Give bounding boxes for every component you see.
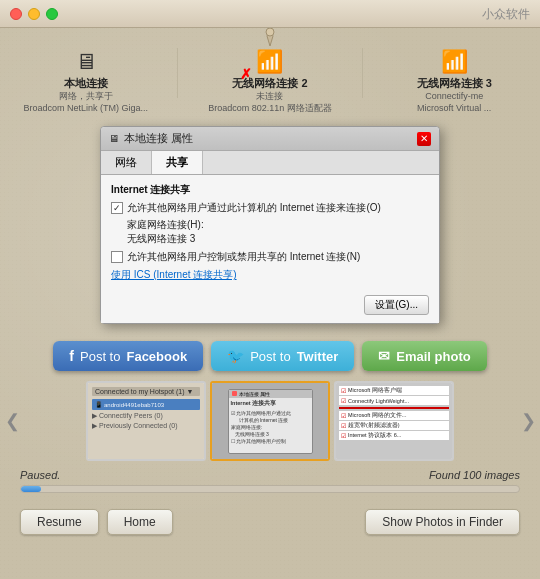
- properties-dialog: 🖥 本地连接 属性 ✕ 网络 共享 Internet 连接共享 允许其他网络用户…: [100, 126, 440, 324]
- twitter-icon: 🐦: [227, 348, 244, 364]
- dialog-close-button[interactable]: ✕: [417, 132, 431, 146]
- thumb3-item-3: ☑ Microsoft 网络的文件...: [339, 411, 449, 420]
- thumb1-device: 📱 android4491ebab7103: [92, 399, 200, 410]
- minimize-button[interactable]: [28, 8, 40, 20]
- status-bar: Paused. Found 100 images: [0, 465, 540, 485]
- post-facebook-button[interactable]: f Post to Facebook: [53, 341, 203, 371]
- home-button[interactable]: Home: [107, 509, 173, 535]
- thumb-list: Connected to my Hotspot (1) ▼ 📱 android4…: [24, 381, 516, 461]
- facebook-brand-label: Facebook: [126, 349, 187, 364]
- network-item-local[interactable]: 🖥 本地连接 网络，共享于 Broadcom NetLink (TM) Giga…: [16, 48, 156, 114]
- thumb3-item-2: ☑ Connectify LightWeight...: [339, 396, 449, 405]
- facebook-pre-label: Post to: [80, 349, 120, 364]
- thumb3-item-5: ☑ Internet 协议版本 6...: [339, 431, 449, 440]
- separator-2: [362, 48, 363, 98]
- disconnected-icon: ✗: [240, 66, 252, 82]
- dialog-tab-sharing[interactable]: 共享: [152, 151, 203, 174]
- status-found-label: Found 100 images: [429, 469, 520, 481]
- email-icon: ✉: [378, 348, 390, 364]
- progress-area: [0, 485, 540, 501]
- email-label: Email photo: [396, 349, 470, 364]
- thumb-prev-button[interactable]: ❮: [0, 391, 24, 451]
- thumb2-titlebar: 本地连接 属性: [229, 390, 312, 398]
- thumbnail-3[interactable]: ☑ Microsoft 网络客户端 ☑ Connectify LightWeig…: [334, 381, 454, 461]
- dialog-footer: 设置(G)...: [101, 290, 439, 323]
- home-network-value: 无线网络连接 3: [127, 233, 195, 244]
- progress-bar-background: [20, 485, 520, 493]
- thumbnail-1[interactable]: Connected to my Hotspot (1) ▼ 📱 android4…: [86, 381, 206, 461]
- dialog-body: Internet 连接共享 允许其他网络用户通过此计算机的 Internet 连…: [101, 175, 439, 290]
- dialog-checkbox2-row: 允许其他网络用户控制或禁用共享的 Internet 连接(N): [111, 250, 429, 263]
- status-paused-label: Paused.: [20, 469, 60, 481]
- bottom-left-buttons: Resume Home: [20, 509, 173, 535]
- thumb3-content: ☑ Microsoft 网络客户端 ☑ Connectify LightWeig…: [336, 383, 452, 459]
- home-network-label: 家庭网络连接(H):: [127, 219, 204, 230]
- thumbnail-2[interactable]: 本地连接 属性 Internet 连接共享 ☑ 允许其他网络用户通过此 计算机的…: [210, 381, 330, 461]
- network-connections-area: 🖥 本地连接 网络，共享于 Broadcom NetLink (TM) Giga…: [0, 38, 540, 119]
- dialog-tab-network[interactable]: 网络: [101, 151, 152, 174]
- network-icon-local: 🖥: [68, 48, 104, 76]
- network-name-wireless3: 无线网络连接 3: [417, 76, 492, 91]
- action-buttons-row: f Post to Facebook 🐦 Post to Twitter ✉ E…: [0, 341, 540, 371]
- bottom-buttons-row: Resume Home Show Photos in Finder: [0, 501, 540, 545]
- separator-1: [177, 48, 178, 98]
- close-button[interactable]: [10, 8, 22, 20]
- network-sub-wireless3: Connectify-me Microsoft Virtual ...: [417, 91, 491, 114]
- home-network-row: 家庭网络连接(H): 无线网络连接 3: [127, 218, 429, 246]
- dialog-checkbox1[interactable]: [111, 202, 123, 214]
- svg-point-1: [266, 28, 274, 36]
- dialog-checkbox1-row: 允许其他网络用户通过此计算机的 Internet 连接来连接(O): [111, 201, 429, 214]
- thumb1-section2: ▶ Previously Connected (0): [92, 422, 200, 430]
- network-sub-wireless2: 未连接 Broadcom 802.11n 网络适配器: [208, 91, 332, 114]
- network-icon-wireless3: 📶: [436, 48, 472, 76]
- watermark-label: 小众软件: [482, 6, 530, 23]
- dialog-checkbox1-label: 允许其他网络用户通过此计算机的 Internet 连接来连接(O): [127, 201, 381, 214]
- twitter-pre-label: Post to: [250, 349, 290, 364]
- resume-button[interactable]: Resume: [20, 509, 99, 535]
- traffic-lights: [10, 8, 58, 20]
- network-item-wireless2[interactable]: 📶 ✗ 无线网络连接 2 未连接 Broadcom 802.11n 网络适配器: [200, 48, 340, 114]
- network-sub-local: 网络，共享于 Broadcom NetLink (TM) Giga...: [24, 91, 149, 114]
- thumb3-item-4: ☑ 超宽带(射频滤波器): [339, 421, 449, 430]
- thumb1-header: Connected to my Hotspot (1) ▼: [92, 387, 200, 396]
- network-name-local: 本地连接: [64, 76, 108, 91]
- facebook-icon: f: [69, 348, 74, 364]
- dialog-checkbox2[interactable]: [111, 251, 123, 263]
- dialog-titlebar: 🖥 本地连接 属性 ✕: [101, 127, 439, 151]
- twitter-brand-label: Twitter: [297, 349, 339, 364]
- thumb2-content: 本地连接 属性 Internet 连接共享 ☑ 允许其他网络用户通过此 计算机的…: [212, 383, 328, 459]
- email-photo-button[interactable]: ✉ Email photo: [362, 341, 486, 371]
- dialog-title: 本地连接 属性: [124, 131, 193, 146]
- title-bar: 小众软件: [0, 0, 540, 28]
- dialog-ics-link[interactable]: 使用 ICS (Internet 连接共享): [111, 269, 237, 280]
- show-photos-button[interactable]: Show Photos in Finder: [365, 509, 520, 535]
- dialog-section-title: Internet 连接共享: [111, 183, 429, 197]
- thumb2-dialog: 本地连接 属性 Internet 连接共享 ☑ 允许其他网络用户通过此 计算机的…: [228, 389, 313, 454]
- thumbnails-strip: ❮ Connected to my Hotspot (1) ▼ 📱 androi…: [0, 381, 540, 461]
- thumb1-section1: ▶ Connectify Peers (0): [92, 412, 200, 420]
- thumb-next-button[interactable]: ❯: [516, 391, 540, 451]
- network-icon-wireless2: 📶: [252, 48, 288, 76]
- dialog-link-row: 使用 ICS (Internet 连接共享): [111, 268, 429, 282]
- dialog-tabs: 网络 共享: [101, 151, 439, 175]
- dialog-checkbox2-label: 允许其他网络用户控制或禁用共享的 Internet 连接(N): [127, 250, 360, 263]
- dialog-settings-button[interactable]: 设置(G)...: [364, 295, 429, 315]
- network-item-wireless3[interactable]: 📶 无线网络连接 3 Connectify-me Microsoft Virtu…: [384, 48, 524, 114]
- post-twitter-button[interactable]: 🐦 Post to Twitter: [211, 341, 354, 371]
- pin-decoration: [260, 28, 280, 48]
- maximize-button[interactable]: [46, 8, 58, 20]
- thumb3-red-line: [339, 407, 449, 409]
- thumb2-body: Internet 连接共享 ☑ 允许其他网络用户通过此 计算机的 Interne…: [229, 398, 312, 447]
- progress-bar-fill: [21, 486, 41, 492]
- thumb3-item-1: ☑ Microsoft 网络客户端: [339, 386, 449, 395]
- thumb1-content: Connected to my Hotspot (1) ▼ 📱 android4…: [88, 383, 204, 459]
